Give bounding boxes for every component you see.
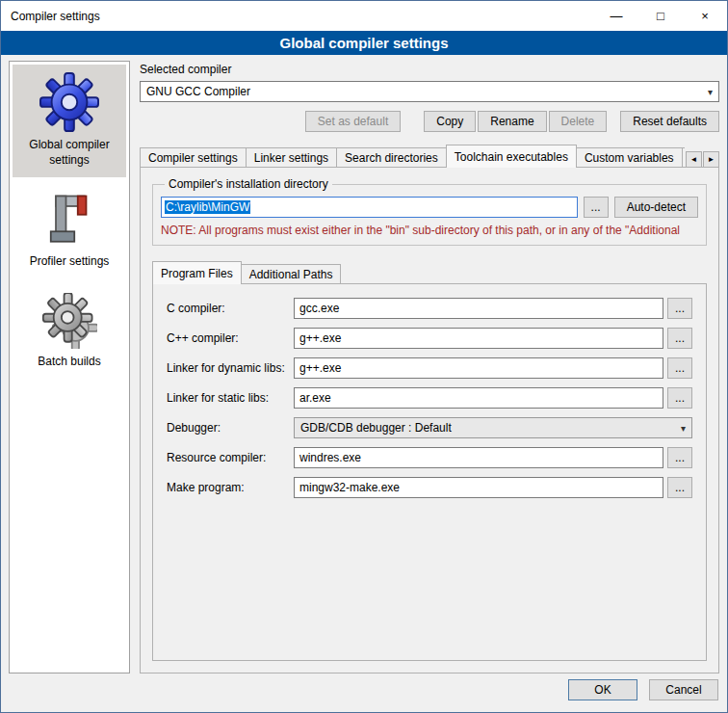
dynamic-linker-label: Linker for dynamic libs: [167, 361, 294, 375]
dialog-footer: OK Cancel [1, 675, 727, 712]
sidebar-item-label: Batch builds [38, 355, 100, 370]
debugger-dropdown-value: GDB/CDB debugger : Default [300, 421, 452, 435]
chevron-down-icon: ▾ [681, 423, 686, 434]
toolchain-panel: Compiler's installation directory C:\ray… [140, 167, 719, 673]
tab-custom-variables[interactable]: Custom variables [576, 147, 683, 168]
resource-compiler-label: Resource compiler: [167, 451, 294, 464]
make-program-row: Make program: mingw32-make.exe ... [167, 477, 692, 498]
dialog-body: Global compiler settings Profiler settin… [1, 55, 727, 675]
cpp-compiler-label: C++ compiler: [167, 331, 294, 345]
tab-build-options[interactable]: Buil [682, 147, 685, 168]
chevron-down-icon: ▾ [708, 87, 713, 97]
compiler-buttons-row: Set as default Copy Rename Delete Reset … [140, 111, 719, 132]
selected-compiler-label: Selected compiler [140, 63, 719, 76]
dynamic-linker-input[interactable]: g++.exe [294, 357, 663, 379]
tab-linker-settings[interactable]: Linker settings [246, 147, 337, 168]
minimize-button[interactable]: — [594, 1, 638, 31]
static-linker-label: Linker for static libs: [167, 391, 294, 405]
copy-button[interactable]: Copy [424, 111, 476, 132]
sidebar-item-global-compiler-settings[interactable]: Global compiler settings [13, 65, 126, 177]
settings-tabstrip: Compiler settings Linker settings Search… [140, 145, 719, 168]
tab-search-directories[interactable]: Search directories [336, 147, 447, 168]
compiler-dropdown-value: GNU GCC Compiler [146, 85, 250, 98]
c-compiler-browse-button[interactable]: ... [667, 298, 692, 319]
window-title: Compiler settings [1, 10, 100, 23]
subtab-additional-paths[interactable]: Additional Paths [241, 264, 342, 284]
cancel-button[interactable]: Cancel [649, 679, 718, 700]
gear-icon [39, 72, 99, 132]
close-button[interactable]: × [683, 1, 727, 31]
dynamic-linker-browse-button[interactable]: ... [667, 357, 692, 379]
reset-defaults-button[interactable]: Reset defaults [620, 111, 719, 132]
installation-directory-input[interactable]: C:\raylib\MinGW [161, 197, 578, 218]
c-compiler-input[interactable]: gcc.exe [294, 298, 663, 319]
tab-scroll-right-icon[interactable]: ► [703, 151, 719, 168]
make-program-label: Make program: [167, 481, 294, 494]
static-linker-row: Linker for static libs: ar.exe ... [167, 387, 692, 409]
ok-button[interactable]: OK [568, 679, 637, 700]
c-compiler-label: C compiler: [167, 302, 294, 315]
resource-compiler-browse-button[interactable]: ... [667, 447, 692, 468]
sidebar-item-profiler-settings[interactable]: Profiler settings [13, 183, 126, 279]
dialog-header: Global compiler settings [1, 31, 727, 55]
compiler-settings-dialog: Compiler settings — □ × Global compiler … [0, 0, 728, 713]
resource-compiler-input[interactable]: windres.exe [294, 447, 663, 468]
tabs-scroller: Compiler settings Linker settings Search… [140, 145, 685, 168]
static-linker-input[interactable]: ar.exe [294, 387, 663, 409]
dynamic-linker-row: Linker for dynamic libs: g++.exe ... [167, 357, 692, 379]
debugger-row: Debugger: GDB/CDB debugger : Default ▾ [167, 417, 692, 438]
auto-detect-button[interactable]: Auto-detect [614, 197, 698, 218]
debugger-dropdown[interactable]: GDB/CDB debugger : Default ▾ [294, 417, 692, 438]
installation-directory-groupbox: Compiler's installation directory C:\ray… [152, 177, 707, 246]
browse-directory-button[interactable]: ... [584, 197, 609, 218]
installation-directory-value: C:\raylib\MinGW [165, 200, 250, 214]
resource-compiler-row: Resource compiler: windres.exe ... [167, 447, 692, 468]
profiler-tool-icon [42, 191, 96, 249]
installation-directory-row: C:\raylib\MinGW ... Auto-detect [161, 197, 698, 218]
maximize-button[interactable]: □ [638, 1, 683, 31]
cpp-compiler-input[interactable]: g++.exe [294, 328, 663, 349]
tab-compiler-settings[interactable]: Compiler settings [140, 147, 247, 168]
rename-button[interactable]: Rename [478, 111, 546, 132]
static-linker-browse-button[interactable]: ... [667, 387, 692, 409]
bin-subdirectory-note: NOTE: All programs must exist either in … [161, 224, 698, 237]
subtab-program-files[interactable]: Program Files [152, 261, 242, 284]
make-program-input[interactable]: mingw32-make.exe [294, 477, 663, 498]
tab-scroll-left-icon[interactable]: ◄ [686, 151, 702, 168]
tab-toolchain-executables[interactable]: Toolchain executables [446, 145, 577, 168]
installation-directory-label: Compiler's installation directory [165, 177, 332, 191]
cpp-compiler-row: C++ compiler: g++.exe ... [167, 328, 692, 349]
debugger-label: Debugger: [167, 421, 294, 435]
program-files-tabstrip: Program Files Additional Paths [152, 261, 707, 284]
make-program-browse-button[interactable]: ... [667, 477, 692, 498]
batch-builds-icon [41, 293, 97, 349]
sidebar-item-batch-builds[interactable]: Batch builds [13, 285, 126, 380]
delete-button[interactable]: Delete [549, 111, 608, 132]
sidebar-item-label: Profiler settings [30, 254, 110, 270]
settings-sidebar: Global compiler settings Profiler settin… [9, 61, 130, 673]
sidebar-item-label: Global compiler settings [16, 138, 122, 168]
window-controls: — □ × [594, 1, 727, 31]
program-files-panel: C compiler: gcc.exe ... C++ compiler: g+… [152, 283, 707, 661]
main-panel: Selected compiler GNU GCC Compiler ▾ Set… [140, 61, 719, 673]
compiler-dropdown[interactable]: GNU GCC Compiler ▾ [140, 81, 719, 102]
titlebar: Compiler settings — □ × [1, 1, 727, 31]
c-compiler-row: C compiler: gcc.exe ... [167, 298, 692, 319]
set-as-default-button[interactable]: Set as default [305, 111, 401, 132]
cpp-compiler-browse-button[interactable]: ... [667, 328, 692, 349]
